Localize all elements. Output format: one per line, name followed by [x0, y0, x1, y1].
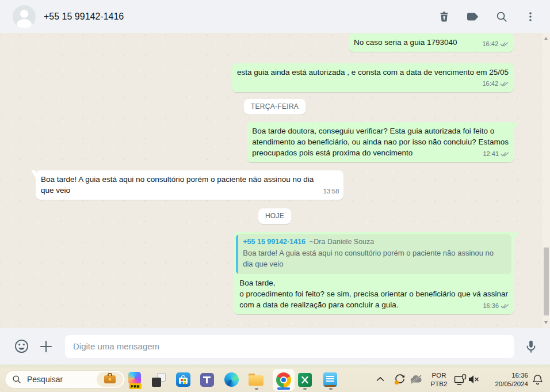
volume-button[interactable]	[468, 375, 480, 384]
attach-button[interactable]	[39, 340, 53, 353]
quote-text: Boa tarde! A guia está aqui no consultór…	[243, 248, 494, 269]
chat-header: +55 15 99142-1416	[0, 0, 550, 33]
message-time: 12:41	[483, 149, 499, 159]
header-actions	[437, 10, 537, 24]
message-bubble-incoming[interactable]: Boa tarde! A guia está aqui no consultór…	[36, 170, 343, 200]
message-row: Boa tarde doutora, conseguiu verificar? …	[36, 122, 514, 162]
copilot-app-icon[interactable]	[128, 372, 141, 385]
double-check-icon	[501, 151, 509, 157]
windows-search-icon	[12, 375, 21, 384]
cloud-slash-icon	[410, 375, 423, 384]
briefcase-icon	[104, 375, 116, 383]
clock[interactable]: 16:36 20/05/2024	[484, 371, 528, 389]
quoted-message[interactable]: +55 15 99142-1416~Dra Daniele Souza Boa …	[236, 234, 511, 274]
tray-time: 16:36	[484, 371, 528, 380]
update-sync-button[interactable]	[394, 373, 406, 386]
notepad-app-icon[interactable]	[323, 372, 337, 387]
microphone-icon	[524, 339, 538, 354]
message-meta: 12:41	[483, 149, 509, 159]
onedrive-status-button[interactable]	[410, 375, 423, 384]
copilot-pre-badge: PRE	[129, 383, 142, 389]
message-time: 16:36	[483, 300, 499, 311]
date-divider: HOJE	[258, 208, 291, 224]
date-divider-row: HOJE	[36, 208, 514, 224]
message-bubble-outgoing[interactable]: Boa tarde doutora, conseguiu verificar? …	[247, 122, 514, 162]
message-text: Boa tarde doutora, conseguiu verificar? …	[252, 125, 509, 158]
scrollbar-thumb[interactable]	[544, 248, 549, 315]
cast-icon	[454, 374, 467, 386]
message-time: 16:42	[482, 39, 498, 50]
teams-app-icon[interactable]	[200, 373, 214, 387]
language-line1: POR	[426, 371, 452, 380]
taskbar-search[interactable]: Pesquisar	[5, 370, 125, 389]
search-icon	[495, 10, 508, 23]
scroll-up-arrow-icon[interactable]	[544, 37, 548, 40]
message-bubble-outgoing[interactable]: No caso seria a guia 1793040 16:42	[349, 33, 514, 52]
message-input[interactable]	[65, 335, 514, 358]
message-row: esta guia ainda está autorizada , e cons…	[36, 63, 514, 92]
message-text: No caso seria a guia 1793040	[354, 37, 457, 48]
quote-sender: +55 15 99142-1416	[243, 238, 305, 246]
bubble-tail	[31, 170, 36, 178]
plus-icon	[39, 340, 53, 353]
tray-overflow-button[interactable]	[376, 376, 384, 382]
chat-scrollbar[interactable]	[543, 33, 550, 328]
cast-connect-button[interactable]	[454, 374, 467, 386]
message-bubble-outgoing[interactable]: esta guia ainda está autorizada , e cons…	[232, 63, 514, 92]
message-bubble-outgoing[interactable]: +55 15 99142-1416~Dra Daniele Souza Boa …	[234, 232, 514, 314]
chrome-logo-icon	[276, 372, 291, 387]
message-text: esta guia ainda está autorizada , e cons…	[237, 67, 509, 78]
language-line2: PTB2	[426, 380, 452, 389]
label-button[interactable]	[466, 10, 480, 24]
scroll-down-arrow-icon[interactable]	[544, 321, 548, 324]
message-composer	[0, 328, 550, 364]
language-indicator[interactable]: POR PTB2	[426, 371, 452, 389]
search-button[interactable]	[495, 10, 509, 24]
message-list: No caso seria a guia 1793040 16:42 esta …	[0, 33, 550, 328]
quote-body: +55 15 99142-1416~Dra Daniele Souza Boa …	[238, 234, 499, 274]
message-text: Boa tarde! A guia está aqui no consultór…	[41, 174, 314, 196]
notification-bell-icon	[533, 374, 543, 385]
emoji-icon	[14, 338, 29, 354]
sync-icon	[394, 373, 406, 386]
message-row: Boa tarde! A guia está aqui no consultór…	[36, 170, 514, 200]
message-meta: 16:42	[482, 39, 509, 50]
notifications-button[interactable]	[533, 374, 543, 385]
microsoft-store-icon[interactable]	[176, 372, 190, 387]
message-row: No caso seria a guia 1793040 16:42	[36, 33, 514, 52]
contact-avatar[interactable]	[13, 5, 36, 28]
message-text: Boa tarde, o procedimento foi feito? se …	[239, 277, 508, 310]
message-meta: 16:42	[237, 79, 509, 88]
default-avatar-icon	[13, 5, 36, 28]
chevron-up-icon	[376, 376, 384, 382]
label-icon	[466, 10, 480, 23]
task-view-icon[interactable]	[152, 373, 166, 387]
contact-name[interactable]: +55 15 99142-1416	[44, 12, 124, 22]
message-time: 16:42	[482, 78, 498, 89]
file-explorer-running-indicator	[255, 388, 258, 390]
excel-app-icon[interactable]	[298, 373, 312, 387]
date-divider-row: TERÇA-FEIRA	[36, 99, 514, 115]
file-explorer-icon[interactable]	[249, 374, 263, 386]
menu-button[interactable]	[524, 10, 537, 24]
message-row: +55 15 99142-1416~Dra Daniele Souza Boa …	[36, 232, 514, 314]
message-time: 13:58	[323, 186, 339, 197]
tray-date: 20/05/2024	[484, 380, 528, 389]
date-divider: TERÇA-FEIRA	[244, 99, 305, 115]
emoji-button[interactable]	[14, 338, 29, 354]
quote-header: +55 15 99142-1416~Dra Daniele Souza	[243, 237, 494, 247]
trash-icon	[438, 10, 450, 23]
quote-author: ~Dra Daniele Souza	[310, 238, 374, 246]
bubble-tail	[514, 232, 518, 239]
voice-message-button[interactable]	[524, 339, 538, 354]
chrome-active-indicator	[277, 387, 290, 390]
double-check-icon	[500, 41, 509, 47]
kebab-menu-icon	[524, 10, 537, 23]
double-check-icon	[501, 303, 509, 309]
double-check-icon	[500, 81, 509, 87]
notepad-running-indicator	[329, 388, 333, 390]
message-meta: 13:58	[323, 186, 339, 197]
edge-app-icon[interactable]	[224, 372, 239, 387]
delete-chat-button[interactable]	[437, 10, 451, 24]
search-highlight[interactable]	[97, 372, 123, 387]
